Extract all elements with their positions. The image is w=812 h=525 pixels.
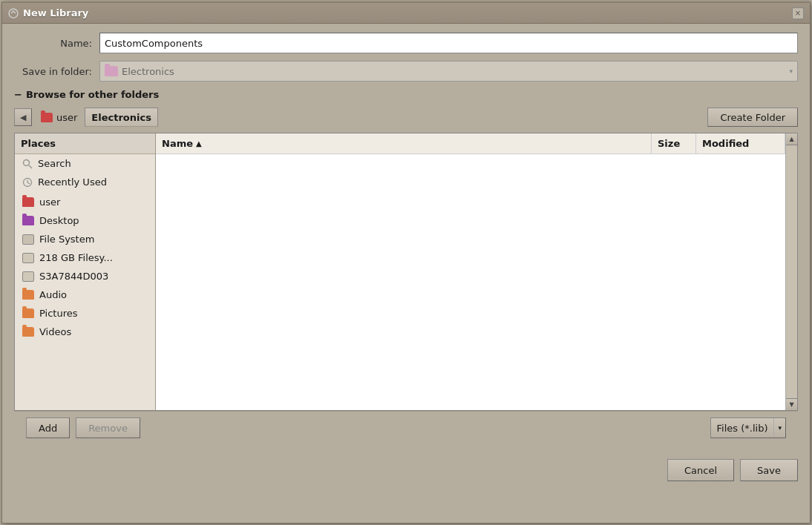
folder-select-icon <box>105 66 118 76</box>
scrollbar[interactable]: ▲ ▼ <box>785 133 797 410</box>
places-s3a-label: S3A7844D003 <box>39 271 108 282</box>
filter-button[interactable]: Files (*.lib) ▾ <box>710 417 786 438</box>
folder-select[interactable]: Electronics ▾ <box>99 61 798 82</box>
places-item-desktop[interactable]: Desktop <box>15 211 155 230</box>
browse-toggle-symbol: − <box>14 89 22 100</box>
places-desktop-label: Desktop <box>39 215 79 226</box>
places-item-recently-used[interactable]: Recently Used <box>15 173 155 191</box>
places-item-pictures[interactable]: Pictures <box>15 304 155 323</box>
scroll-track[interactable] <box>786 145 797 398</box>
save-folder-row: Save in folder: Electronics ▾ <box>14 61 798 82</box>
recently-used-icon <box>22 177 33 188</box>
dialog-body: Name: Save in folder: Electronics ▾ − Br… <box>2 24 810 453</box>
places-header: Places <box>15 133 155 154</box>
add-button[interactable]: Add <box>26 417 70 438</box>
new-library-dialog: New Library × Name: Save in folder: Elec… <box>1 1 811 524</box>
files-content <box>156 154 785 410</box>
filesystem-drive-icon <box>22 234 34 245</box>
files-panel: Name ▲ Size Modified <box>156 133 785 410</box>
nav-bar: ◀ user Electronics Create Folder <box>14 108 798 127</box>
places-filesystem-label: File System <box>39 234 94 245</box>
filter-label[interactable]: Files (*.lib) <box>711 418 775 438</box>
sort-arrow: ▲ <box>196 139 202 148</box>
save-folder-label: Save in folder: <box>14 66 92 77</box>
svg-point-0 <box>9 9 18 18</box>
breadcrumb-electronics-label: Electronics <box>91 112 151 123</box>
places-videos-label: Videos <box>39 326 71 337</box>
action-bar: Cancel Save <box>2 453 810 490</box>
browse-toggle[interactable]: − Browse for other folders <box>14 89 798 100</box>
files-header: Name ▲ Size Modified <box>156 133 785 154</box>
videos-folder-icon <box>22 327 34 337</box>
browser-area: Places Search Recently U <box>14 133 798 411</box>
bottom-bar: Add Remove Files (*.lib) ▾ <box>14 411 798 444</box>
svg-line-2 <box>29 165 32 168</box>
browse-toggle-label: Browse for other folders <box>26 89 159 100</box>
places-item-filesystem[interactable]: File System <box>15 230 155 248</box>
cancel-button[interactable]: Cancel <box>667 459 734 481</box>
svg-line-5 <box>27 182 30 184</box>
folder-select-arrow: ▾ <box>789 67 793 75</box>
dialog-title: New Library <box>23 7 88 19</box>
back-button[interactable]: ◀ <box>14 108 32 126</box>
title-bar: New Library × <box>2 3 810 24</box>
audio-folder-icon <box>22 290 34 300</box>
svg-point-1 <box>24 159 30 165</box>
scroll-up-button[interactable]: ▲ <box>786 133 797 145</box>
places-panel: Places Search Recently U <box>15 133 156 410</box>
breadcrumb-user[interactable]: user <box>35 108 83 127</box>
col-header-name[interactable]: Name ▲ <box>156 133 652 153</box>
218gb-drive-icon <box>22 253 34 263</box>
breadcrumb: user Electronics <box>35 108 158 127</box>
s3a-drive-icon <box>22 271 34 282</box>
places-item-218gb[interactable]: 218 GB Filesy... <box>15 248 155 267</box>
save-button[interactable]: Save <box>740 459 798 481</box>
create-folder-button[interactable]: Create Folder <box>707 108 798 127</box>
scroll-down-button[interactable]: ▼ <box>786 398 797 410</box>
remove-button: Remove <box>76 417 140 438</box>
places-search-label: Search <box>38 158 71 169</box>
col-name-label: Name <box>162 138 193 149</box>
user-folder-icon <box>41 113 53 122</box>
name-row: Name: <box>14 33 798 53</box>
places-item-search[interactable]: Search <box>15 154 155 173</box>
places-audio-label: Audio <box>39 289 67 300</box>
name-label: Name: <box>14 38 92 49</box>
col-header-size[interactable]: Size <box>652 133 696 153</box>
places-user-label: user <box>39 197 60 208</box>
places-item-user[interactable]: user <box>15 193 155 211</box>
desktop-folder-icon <box>22 216 34 225</box>
breadcrumb-user-label: user <box>56 112 77 123</box>
folder-select-value: Electronics <box>122 66 174 77</box>
col-header-modified[interactable]: Modified <box>696 133 785 153</box>
name-input[interactable] <box>99 33 798 53</box>
places-item-audio[interactable]: Audio <box>15 285 155 304</box>
col-modified-label: Modified <box>702 138 749 149</box>
places-recently-label: Recently Used <box>38 176 107 188</box>
dialog-icon <box>8 8 19 19</box>
places-item-s3a[interactable]: S3A7844D003 <box>15 267 155 285</box>
places-218gb-label: 218 GB Filesy... <box>39 252 113 263</box>
pictures-folder-icon <box>22 308 34 318</box>
breadcrumb-electronics[interactable]: Electronics <box>85 108 158 127</box>
close-button[interactable]: × <box>792 7 804 19</box>
col-size-label: Size <box>658 138 680 149</box>
search-icon <box>22 159 33 169</box>
places-pictures-label: Pictures <box>39 308 77 319</box>
places-item-videos[interactable]: Videos <box>15 323 155 341</box>
user-folder-icon <box>22 197 34 207</box>
filter-dropdown-arrow[interactable]: ▾ <box>774 418 785 438</box>
